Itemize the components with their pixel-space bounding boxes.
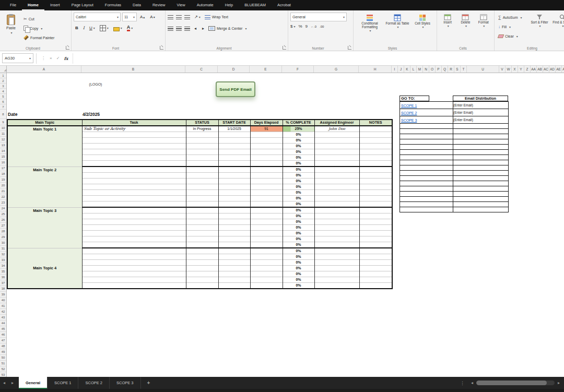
goto-empty-cell[interactable]	[400, 145, 453, 150]
table-cell-pct[interactable]: 0%	[283, 173, 314, 179]
format-cells-button[interactable]: Format ▾	[475, 13, 492, 43]
column-header-U[interactable]: U	[467, 66, 499, 73]
row-header-13[interactable]: 13	[0, 142, 6, 148]
table-cell-pct[interactable]: 0%	[283, 260, 314, 266]
menu-item-page-layout[interactable]: Page Layout	[66, 0, 99, 10]
row-header-33[interactable]: 33	[0, 257, 6, 263]
table-cell-days[interactable]	[250, 161, 283, 167]
table-cell-sdate[interactable]	[218, 179, 250, 184]
table-cell-task[interactable]	[82, 231, 186, 236]
row-header-52[interactable]: 52	[0, 366, 6, 372]
sort-filter-button[interactable]: Sort & Filter ▾	[529, 13, 550, 43]
goto-empty-cell[interactable]	[400, 155, 453, 160]
align-right-icon[interactable]	[184, 27, 190, 31]
table-cell-task[interactable]	[82, 277, 186, 283]
align-left-icon[interactable]	[168, 27, 173, 31]
table-cell-task[interactable]	[82, 138, 186, 144]
goto-empty-cell[interactable]	[400, 171, 453, 176]
underline-button[interactable]: U▾	[88, 23, 97, 32]
main-table-header-cell[interactable]: Task	[82, 120, 186, 126]
table-cell-days[interactable]	[250, 149, 283, 155]
table-cell-status[interactable]	[186, 144, 218, 149]
main-table-header-cell[interactable]: Assigned Engineer	[314, 120, 359, 126]
column-header-M[interactable]: M	[417, 66, 423, 73]
table-cell-notes[interactable]	[359, 201, 392, 208]
table-cell-status[interactable]	[186, 132, 218, 138]
column-header-AB[interactable]: AB	[537, 66, 543, 73]
grow-font-button[interactable]: A▲	[138, 13, 147, 21]
table-cell-status[interactable]	[186, 138, 218, 144]
column-header-Z[interactable]: Z	[524, 66, 531, 73]
main-topic-cell[interactable]: Main Topic 3	[7, 207, 82, 248]
table-cell-sdate[interactable]	[218, 266, 250, 271]
menu-item-view[interactable]: View	[171, 0, 191, 10]
table-cell-task[interactable]	[82, 266, 186, 271]
goto-link-3[interactable]: SCOPE 3	[400, 118, 417, 122]
column-header-W[interactable]: W	[506, 66, 512, 73]
row-header-45[interactable]: 45	[0, 326, 6, 332]
clear-button[interactable]: Clear ▾	[497, 31, 527, 41]
table-cell-days[interactable]: 91	[250, 126, 283, 132]
table-cell-pct[interactable]: 0%	[283, 167, 314, 173]
table-cell-days[interactable]	[250, 260, 283, 266]
conditional-formatting-button[interactable]: Conditional Formatting ▾	[356, 13, 384, 43]
table-cell-pct[interactable]: 0%	[283, 248, 314, 254]
table-cell-pct[interactable]: 0%	[283, 254, 314, 260]
name-box[interactable]: AG30 ▾	[2, 53, 33, 63]
main-table-header-cell[interactable]: START DATE	[218, 120, 250, 126]
table-cell-status[interactable]	[186, 155, 218, 161]
menu-item-review[interactable]: Review	[147, 0, 171, 10]
table-cell-task[interactable]	[82, 167, 186, 173]
row-header-32[interactable]: 32	[0, 252, 6, 257]
table-cell-task[interactable]	[82, 155, 186, 161]
column-header-C[interactable]: C	[185, 66, 218, 73]
row-header-49[interactable]: 49	[0, 349, 6, 355]
add-sheet-button[interactable]: +	[141, 377, 157, 389]
row-header-41[interactable]: 41	[0, 303, 6, 309]
table-cell-sdate[interactable]	[218, 196, 250, 201]
table-cell-eng[interactable]	[314, 190, 359, 196]
column-header-L[interactable]: L	[410, 66, 417, 73]
table-cell-days[interactable]	[250, 167, 283, 173]
date-value-cell[interactable]: 4/2/2025	[83, 110, 100, 119]
table-cell-days[interactable]	[250, 266, 283, 271]
table-cell-notes[interactable]	[359, 219, 392, 225]
column-header-K[interactable]: K	[404, 66, 410, 73]
email-entry-cell[interactable]: (Enter Email)	[453, 116, 509, 124]
row-header-53[interactable]: 53	[0, 372, 6, 377]
table-cell-sdate[interactable]	[218, 283, 250, 289]
menu-item-automate[interactable]: Automate	[191, 0, 219, 10]
row-header-11[interactable]: 11	[0, 131, 6, 137]
email-entry-cell[interactable]: (Enter Email)	[453, 109, 509, 116]
row-header-7[interactable]: 7	[0, 104, 6, 110]
table-cell-status[interactable]	[186, 266, 218, 271]
row-header-23[interactable]: 23	[0, 200, 6, 206]
table-cell-status[interactable]	[186, 173, 218, 179]
table-cell-pct[interactable]: 25%	[283, 126, 314, 132]
row-header-46[interactable]: 46	[0, 332, 6, 338]
email-empty-cell[interactable]	[453, 192, 509, 197]
table-cell-task[interactable]	[82, 213, 186, 219]
table-cell-notes[interactable]	[359, 161, 392, 167]
row-header-36[interactable]: 36	[0, 275, 6, 280]
table-cell-sdate[interactable]	[218, 132, 250, 138]
table-cell-status[interactable]	[186, 167, 218, 173]
table-cell-notes[interactable]	[359, 225, 392, 231]
table-cell-task[interactable]	[82, 201, 186, 208]
table-cell-sdate[interactable]	[218, 207, 250, 213]
table-cell-days[interactable]	[250, 254, 283, 260]
main-table-header-cell[interactable]: % COMPLETE	[283, 120, 314, 126]
table-cell-sdate[interactable]	[218, 201, 250, 208]
comma-style-button[interactable]: 9	[306, 24, 308, 29]
table-cell-sdate[interactable]	[218, 184, 250, 190]
table-cell-notes[interactable]	[359, 231, 392, 236]
email-distribution-header-cell[interactable]: Email Distribution	[453, 96, 508, 101]
table-cell-sdate[interactable]	[218, 161, 250, 167]
email-empty-cell[interactable]	[453, 129, 509, 134]
table-cell-status[interactable]	[186, 213, 218, 219]
cut-button[interactable]: ✂ Cut	[22, 14, 56, 23]
tab-scroll-left-icon[interactable]: ◂	[0, 377, 8, 389]
table-cell-eng[interactable]	[314, 184, 359, 190]
goto-empty-cell[interactable]	[400, 181, 453, 186]
column-header-T[interactable]: T	[461, 66, 467, 73]
